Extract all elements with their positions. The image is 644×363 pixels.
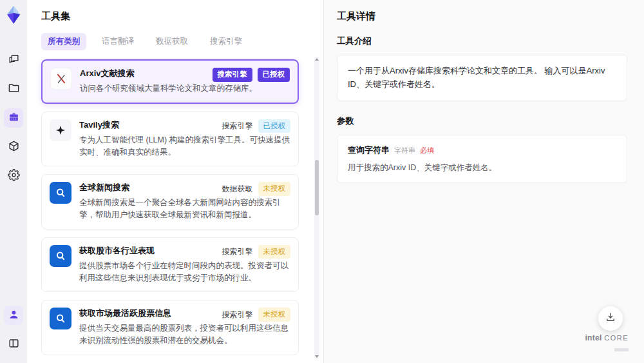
tool-card-arxiv[interactable]: Arxiv文献搜索 访问各个研究领域大量科学论文和文章的存储库。 搜索引擎 已授… bbox=[41, 59, 299, 104]
details-title: 工具详情 bbox=[337, 10, 627, 23]
brand-sub-mark bbox=[614, 348, 629, 351]
sidebar-item-toolbox[interactable] bbox=[4, 108, 23, 128]
intro-text: 一个用于从Arxiv存储库搜索科学论文和文章的工具。 输入可以是Arxiv ID… bbox=[348, 64, 616, 92]
toolbox-icon bbox=[8, 111, 20, 126]
tool-description: 提供当天交易量最高的股票列表，投资者可以利用这些信息来识别流动性强的股票和潜在的… bbox=[79, 322, 290, 347]
params-heading: 参数 bbox=[337, 115, 627, 127]
tab-language-translation[interactable]: 语言翻译 bbox=[95, 33, 140, 50]
app-window: 工具集 所有类别 语言翻译 数据获取 搜索引擎 Arxiv文献搜索 访问各个研究… bbox=[0, 0, 644, 363]
app-logo-icon bbox=[4, 5, 23, 25]
tool-description: 专为人工智能代理 (LLM) 构建的搜索引擎工具。可快速提供实时、准确和真实的结… bbox=[79, 134, 290, 159]
param-description: 用于搜索的Arxiv ID、关键字或作者姓名。 bbox=[348, 162, 616, 174]
panel-layout-icon bbox=[8, 337, 20, 352]
left-rail bbox=[0, 0, 27, 363]
sidebar-item-packages[interactable] bbox=[4, 137, 23, 157]
folder-icon bbox=[8, 82, 20, 97]
param-box: 查询字符串 字符串 必填 用于搜索的Arxiv ID、关键字或作者姓名。 bbox=[337, 135, 627, 184]
tool-description: 全球新闻搜索是一个聚合全球各大新闻网站内容的搜索引擎，帮助用户快速获取全球最新资… bbox=[79, 197, 290, 221]
param-name: 查询字符串 bbox=[348, 144, 390, 156]
category-label: 搜索引擎 bbox=[222, 246, 253, 257]
auth-status-badge: 未授权 bbox=[258, 182, 291, 196]
download-icon bbox=[605, 311, 616, 326]
user-icon bbox=[8, 308, 20, 323]
cube-icon bbox=[8, 140, 20, 155]
gear-icon bbox=[8, 169, 20, 184]
chat-icon bbox=[8, 53, 20, 68]
tool-description: 提供股票市场各个行业在特定时间段内的表现。投资者可以利用这些信息来识别表现优于或… bbox=[79, 260, 290, 284]
tool-card-tavily[interactable]: Tavily搜索 专为人工智能代理 (LLM) 构建的搜索引擎工具。可快速提供实… bbox=[41, 112, 299, 167]
tool-card-global-news[interactable]: 全球新闻搜索 全球新闻搜索是一个聚合全球各大新闻网站内容的搜索引擎，帮助用户快速… bbox=[41, 174, 299, 230]
intel-core-logo: intel core bbox=[585, 333, 629, 354]
scrollbar-up-arrow[interactable] bbox=[315, 58, 319, 61]
sidebar-item-files[interactable] bbox=[4, 79, 23, 99]
tab-data-fetch[interactable]: 数据获取 bbox=[149, 33, 194, 50]
category-label: 数据获取 bbox=[222, 184, 253, 195]
auth-status-badge: 未授权 bbox=[258, 308, 291, 322]
auth-status-badge: 未授权 bbox=[258, 245, 291, 259]
arxiv-logo-icon bbox=[50, 68, 72, 90]
page-title: 工具集 bbox=[41, 10, 308, 23]
news-search-logo-icon bbox=[50, 182, 71, 204]
tavily-sparkle-icon bbox=[50, 119, 71, 141]
news-search-logo-icon bbox=[50, 308, 71, 329]
tool-list: Arxiv文献搜索 访问各个研究领域大量科学论文和文章的存储库。 搜索引擎 已授… bbox=[41, 59, 308, 363]
sidebar-item-chat[interactable] bbox=[4, 50, 23, 70]
brand-intel-text: intel bbox=[585, 333, 601, 342]
sidebar-item-settings[interactable] bbox=[4, 166, 23, 186]
param-required-flag: 必填 bbox=[420, 146, 434, 155]
auth-status-badge: 已授权 bbox=[258, 68, 290, 82]
category-tabs: 所有类别 语言翻译 数据获取 搜索引擎 bbox=[41, 33, 308, 50]
news-search-logo-icon bbox=[50, 245, 71, 267]
sidebar-item-panel-toggle[interactable] bbox=[4, 335, 23, 354]
tool-card-sector-performance[interactable]: 获取股市各行业表现 提供股票市场各个行业在特定时间段内的表现。投资者可以利用这些… bbox=[41, 237, 299, 293]
tool-card-most-active-stocks[interactable]: 获取市场最活跃股票信息 提供当天交易量最高的股票列表，投资者可以利用这些信息来识… bbox=[41, 300, 299, 355]
param-type: 字符串 bbox=[394, 146, 415, 155]
tools-panel: 工具集 所有类别 语言翻译 数据获取 搜索引擎 Arxiv文献搜索 访问各个研究… bbox=[27, 0, 323, 363]
category-label: 搜索引擎 bbox=[222, 121, 253, 132]
auth-status-badge: 已授权 bbox=[258, 119, 291, 133]
brand-core-text: core bbox=[604, 334, 629, 342]
tab-all-categories[interactable]: 所有类别 bbox=[41, 33, 86, 50]
intro-heading: 工具介绍 bbox=[337, 35, 627, 47]
category-badge: 搜索引擎 bbox=[213, 68, 252, 82]
tab-search-engine[interactable]: 搜索引擎 bbox=[204, 33, 249, 50]
intro-box: 一个用于从Arxiv存储库搜索科学论文和文章的工具。 输入可以是Arxiv ID… bbox=[337, 55, 627, 101]
category-label: 搜索引擎 bbox=[222, 309, 253, 320]
scrollbar-thumb[interactable] bbox=[315, 160, 319, 215]
tool-description: 访问各个研究领域大量科学论文和文章的存储库。 bbox=[80, 83, 290, 95]
sidebar-item-user[interactable] bbox=[4, 306, 23, 325]
tool-details-panel: 工具详情 工具介绍 一个用于从Arxiv存储库搜索科学论文和文章的工具。 输入可… bbox=[323, 0, 644, 363]
scrollbar-down-arrow[interactable] bbox=[315, 355, 319, 358]
list-scrollbar[interactable] bbox=[314, 57, 319, 359]
download-button[interactable] bbox=[598, 306, 623, 331]
